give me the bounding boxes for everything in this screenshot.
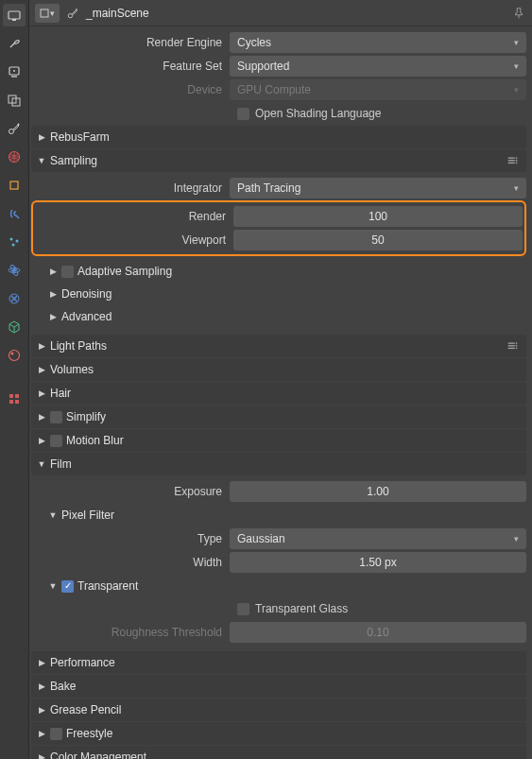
svg-rect-22 (15, 400, 19, 404)
label-filter-width: Width (31, 556, 230, 569)
section-simplify[interactable]: ▶Simplify (31, 405, 526, 428)
tab-modifier[interactable] (3, 202, 26, 225)
chevron-down-icon: ▾ (514, 61, 519, 71)
tab-view-layer[interactable] (3, 89, 26, 112)
tab-world[interactable] (3, 146, 26, 168)
section-performance[interactable]: ▶Performance (31, 651, 526, 674)
triangle-down-icon: ▼ (48, 510, 58, 520)
svg-point-24 (68, 13, 72, 17)
tab-constraints[interactable] (3, 287, 26, 310)
section-light-paths[interactable]: ▶ Light Paths (31, 335, 526, 357)
svg-point-6 (9, 129, 14, 134)
svg-rect-21 (9, 400, 13, 404)
section-rebusfarm[interactable]: ▶ RebusFarm (31, 126, 526, 148)
triangle-right-icon: ▶ (37, 412, 46, 422)
tab-particles[interactable] (3, 231, 26, 253)
svg-point-12 (12, 244, 15, 247)
label-roughness-threshold: Roughness Threshold (31, 626, 230, 639)
triangle-down-icon: ▼ (37, 459, 46, 469)
breadcrumb-scene[interactable]: _mainScene (86, 7, 149, 20)
section-volumes[interactable]: ▶Volumes (31, 358, 526, 381)
subsection-advanced[interactable]: ▶ Advanced (31, 305, 526, 328)
checkbox-transparent[interactable] (61, 580, 74, 593)
pin-icon[interactable] (511, 6, 526, 21)
section-color-management[interactable]: ▶Color Management (31, 746, 526, 759)
subsection-pixel-filter[interactable]: ▼ Pixel Filter (31, 504, 526, 526)
preset-menu-icon[interactable] (506, 338, 521, 354)
dropdown-render-engine[interactable]: Cycles▾ (230, 32, 526, 53)
tab-data[interactable] (3, 316, 26, 338)
label-render-engine: Render Engine (31, 36, 230, 49)
input-filter-width[interactable]: 1.50 px (230, 552, 526, 573)
subsection-adaptive-sampling[interactable]: ▶ Adaptive Sampling (31, 260, 526, 283)
dropdown-filter-type[interactable]: Gaussian▾ (230, 528, 526, 549)
label-feature-set: Feature Set (31, 60, 230, 73)
tab-tool[interactable] (3, 32, 26, 55)
tab-render[interactable] (3, 4, 26, 26)
checkbox-adaptive-sampling[interactable] (61, 266, 74, 278)
input-exposure[interactable]: 1.00 (230, 481, 526, 502)
label-render-samples: Render (35, 210, 233, 223)
chevron-down-icon: ▾ (514, 534, 519, 543)
triangle-right-icon: ▶ (37, 436, 46, 445)
dropdown-feature-set[interactable]: Supported▾ (230, 56, 526, 77)
chevron-down-icon: ▾ (514, 85, 519, 95)
section-motion-blur[interactable]: ▶Motion Blur (31, 429, 526, 452)
triangle-right-icon: ▶ (48, 289, 58, 299)
triangle-right-icon: ▶ (37, 132, 46, 142)
triangle-down-icon: ▼ (37, 156, 46, 165)
checkbox-motion-blur[interactable] (50, 435, 62, 447)
section-bake[interactable]: ▶Bake (31, 675, 526, 698)
section-hair[interactable]: ▶Hair (31, 382, 526, 405)
svg-point-7 (18, 124, 20, 126)
tab-output[interactable] (3, 60, 26, 83)
tab-object[interactable] (3, 174, 26, 197)
checkbox-simplify[interactable] (50, 411, 62, 423)
properties-header: ▾ _mainScene (29, 0, 532, 26)
chevron-down-icon: ▾ (514, 183, 519, 193)
input-viewport-samples[interactable]: 50 (233, 230, 523, 250)
svg-point-17 (9, 351, 20, 361)
svg-point-13 (12, 268, 16, 272)
triangle-right-icon: ▶ (37, 388, 46, 398)
label-viewport-samples: Viewport (35, 233, 233, 247)
label-filter-type: Type (31, 532, 230, 545)
editor-type-dropdown[interactable]: ▾ (35, 4, 60, 23)
triangle-right-icon: ▶ (37, 681, 46, 691)
svg-rect-33 (508, 345, 515, 346)
svg-rect-23 (41, 9, 48, 17)
svg-point-30 (516, 160, 518, 162)
triangle-down-icon: ▼ (48, 581, 58, 591)
dropdown-device: GPU Compute▾ (230, 79, 526, 100)
scene-icon (65, 6, 80, 21)
dropdown-integrator[interactable]: Path Tracing▾ (230, 178, 526, 198)
triangle-right-icon: ▶ (37, 658, 46, 667)
tab-scene[interactable] (3, 117, 26, 140)
tab-material[interactable] (3, 344, 26, 367)
section-film[interactable]: ▼ Film (31, 453, 526, 475)
properties-tab-column (0, 0, 29, 759)
triangle-right-icon: ▶ (37, 365, 46, 374)
triangle-right-icon: ▶ (37, 705, 46, 715)
tab-texture[interactable] (3, 388, 26, 410)
triangle-right-icon: ▶ (37, 341, 46, 351)
tab-physics[interactable] (3, 259, 26, 282)
subsection-denoising[interactable]: ▶ Denoising (31, 283, 526, 305)
section-freestyle[interactable]: ▶Freestyle (31, 722, 526, 745)
section-grease-pencil[interactable]: ▶Grease Pencil (31, 699, 526, 721)
checkbox-osl[interactable] (237, 108, 249, 120)
svg-rect-34 (508, 348, 515, 349)
triangle-right-icon: ▶ (48, 267, 58, 276)
input-roughness-threshold[interactable]: 0.10 (230, 622, 526, 643)
label-device: Device (31, 83, 230, 96)
input-render-samples[interactable]: 100 (233, 206, 523, 227)
chevron-down-icon: ▾ (514, 38, 519, 47)
checkbox-transparent-glass[interactable] (237, 603, 249, 615)
svg-point-11 (16, 240, 19, 243)
label-transparent-glass: Transparent Glass (255, 602, 348, 615)
preset-menu-icon[interactable] (506, 153, 521, 168)
subsection-transparent[interactable]: ▼ Transparent (31, 575, 526, 597)
checkbox-freestyle[interactable] (50, 728, 62, 740)
highlight-samples: Render 100 Viewport 50 (31, 200, 526, 256)
section-sampling[interactable]: ▼ Sampling (31, 149, 526, 172)
